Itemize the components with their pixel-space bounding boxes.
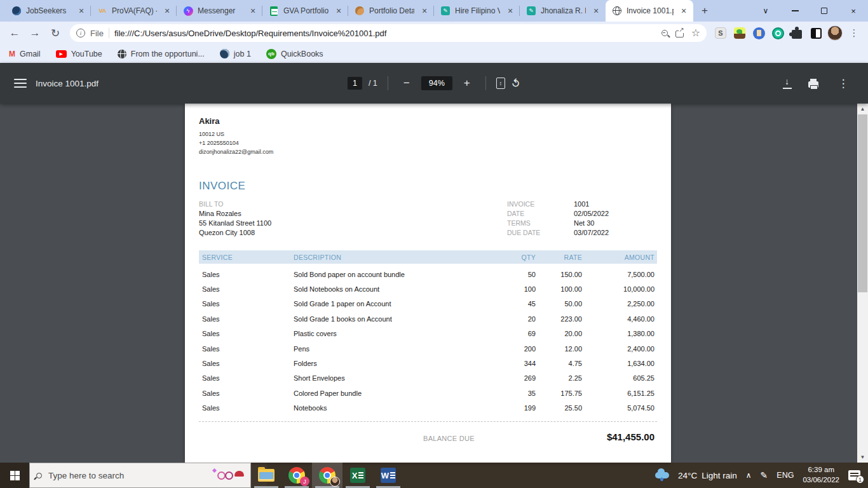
tab-close-icon[interactable]: × [505, 5, 516, 17]
scroll-up-icon[interactable]: ▲ [857, 104, 868, 114]
taskbar-search-box[interactable]: Type here to search [29, 463, 251, 488]
zoom-in-button[interactable]: + [459, 75, 475, 92]
bookmark-job1[interactable]: job 1 [220, 49, 251, 58]
language-indicator[interactable]: ENG [776, 471, 794, 480]
meta-value: 1001 [574, 200, 589, 208]
taskbar-chrome-profile-j[interactable]: J [281, 463, 312, 488]
meta-label: DATE [507, 210, 524, 217]
taskbar-excel[interactable]: X [342, 463, 373, 488]
cell-rate: 100.00 [536, 285, 582, 293]
cell-service: Sales [199, 345, 294, 353]
pdf-more-options-icon[interactable]: ⋮ [835, 75, 851, 92]
bookmark-star-icon[interactable]: ☆ [691, 28, 700, 38]
tab-close-icon[interactable]: × [247, 5, 259, 17]
cell-description: Notebooks [294, 404, 453, 412]
browser-menu-icon[interactable]: ⋮ [845, 24, 863, 42]
start-button[interactable] [0, 463, 29, 488]
site-info-icon[interactable]: i [76, 29, 85, 37]
table-row: Sales Colored Paper bundle 35 175.75 6,1… [199, 386, 657, 400]
job-icon [220, 49, 229, 58]
cell-service: Sales [199, 300, 294, 308]
extension-s-icon[interactable]: S [712, 24, 729, 42]
tab-title: GVA Portfolio [283, 6, 329, 15]
cell-service: Sales [199, 271, 294, 278]
globe-icon [118, 50, 126, 58]
portfolio-favicon [355, 6, 365, 16]
bookmark-opportunity[interactable]: From the opportuni... [118, 50, 205, 58]
tab-invoice-active[interactable]: Invoice 1001.p × [606, 0, 693, 22]
minimize-button[interactable] [780, 0, 810, 22]
cell-amount: 1,634.00 [582, 360, 654, 367]
bookmark-quickbooks[interactable]: qb QuickBooks [266, 49, 323, 59]
forward-button[interactable]: → [25, 24, 44, 43]
restore-button[interactable] [810, 0, 839, 22]
taskbar-tray: 24°C Light rain ∧ ✎ ENG 6:39 am 03/06/20… [655, 463, 868, 488]
pdf-viewer-area: Akira 10012 US +1 2025550104 dizonjhonal… [0, 104, 868, 463]
extensions-puzzle-icon[interactable] [788, 24, 806, 42]
fit-to-page-icon[interactable]: ↕ [496, 78, 505, 89]
pdf-menu-icon[interactable] [14, 79, 27, 88]
tab-close-icon[interactable]: × [76, 5, 87, 17]
header-rate: RATE [536, 254, 582, 261]
bookmark-gmail[interactable]: M Gmail [9, 50, 41, 58]
tab-prova[interactable]: VA ProVA(FAQ) - × [91, 0, 177, 22]
taskbar-file-explorer[interactable] [251, 463, 281, 488]
table-row: Sales Sold Notebooks on Account 100 100.… [199, 281, 657, 296]
url-text[interactable]: file:///C:/Users/asus/OneDrive/Desktop/R… [114, 29, 656, 38]
scrollbar-thumb[interactable] [858, 114, 867, 292]
print-icon[interactable] [808, 81, 818, 88]
tab-close-icon[interactable]: × [419, 5, 430, 17]
rotate-icon[interactable]: ↺ [508, 76, 524, 92]
tab-close-icon[interactable]: × [161, 5, 173, 17]
zoom-level-value[interactable]: 94% [421, 76, 452, 90]
tray-expand-icon[interactable]: ∧ [746, 471, 752, 480]
vertical-scrollbar[interactable]: ▲ ▼ [857, 104, 868, 463]
extension-green-icon[interactable] [769, 24, 787, 42]
canva-favicon: ✎ [526, 6, 536, 16]
tab-hire-filipino[interactable]: ✎ Hire Filipino V × [434, 0, 520, 22]
extension-forest-icon[interactable] [731, 24, 749, 42]
zoom-out-button[interactable]: − [398, 75, 415, 92]
download-icon[interactable] [783, 79, 792, 88]
tab-close-icon[interactable]: × [333, 5, 344, 17]
pen-icon[interactable]: ✎ [761, 470, 768, 480]
address-bar[interactable]: i File file:///C:/Users/asus/OneDrive/De… [70, 24, 707, 42]
tab-close-icon[interactable]: × [678, 5, 689, 17]
cell-service: Sales [199, 360, 294, 367]
zoom-indicator-icon[interactable] [661, 30, 668, 36]
cell-amount: 10,000.00 [582, 285, 654, 293]
bookmarks-bar: M Gmail ▶ YouTube From the opportuni... … [0, 44, 868, 63]
cell-description: Sold Grade 1 books on Account [294, 315, 453, 323]
tab-search-caret-icon[interactable]: ∨ [751, 0, 780, 22]
taskbar-chrome-profile-avatar[interactable] [312, 463, 342, 488]
cell-description: Plastic covers [294, 330, 453, 337]
weather-widget[interactable]: 24°C Light rain [678, 471, 737, 480]
cell-qty: 45 [453, 300, 536, 308]
clock-widget[interactable]: 6:39 am 03/06/2022 [803, 465, 839, 485]
notification-center-icon[interactable]: 1 [848, 470, 860, 480]
tab-jobseekers[interactable]: JobSeekers × [5, 0, 91, 22]
page-number-input[interactable]: 1 [348, 77, 362, 90]
cell-rate: 25.50 [536, 404, 582, 412]
scroll-down-icon[interactable]: ▼ [857, 452, 868, 463]
file-scheme-label: File [90, 29, 104, 38]
profile-avatar[interactable] [826, 24, 844, 42]
prova-favicon: VA [97, 6, 107, 16]
taskbar-word[interactable]: W [373, 463, 403, 488]
tab-jhonaliza[interactable]: ✎ Jhonaliza R. D × [520, 0, 606, 22]
tab-messenger[interactable]: ϟ Messenger × [177, 0, 262, 22]
extension-document-icon[interactable] [750, 24, 768, 42]
tab-portfolio-details[interactable]: Portfolio Deta × [348, 0, 434, 22]
back-button[interactable]: ← [5, 24, 24, 43]
share-icon[interactable] [675, 30, 684, 37]
pdf-toolbar: Invoice 1001.pdf 1 / 1 − 94% + ↕ ↺ ⋮ [0, 63, 868, 104]
reload-button[interactable]: ↻ [46, 24, 65, 43]
close-window-button[interactable]: × [839, 0, 868, 22]
tab-title: JobSeekers [26, 6, 71, 15]
extension-darkreader-icon[interactable] [807, 24, 825, 42]
bookmark-youtube[interactable]: ▶ YouTube [56, 50, 102, 58]
cell-amount: 605.25 [582, 374, 654, 382]
tab-close-icon[interactable]: × [590, 5, 602, 17]
tab-gva-portfolio[interactable]: GVA Portfolio × [262, 0, 348, 22]
new-tab-button[interactable]: + [696, 2, 714, 20]
